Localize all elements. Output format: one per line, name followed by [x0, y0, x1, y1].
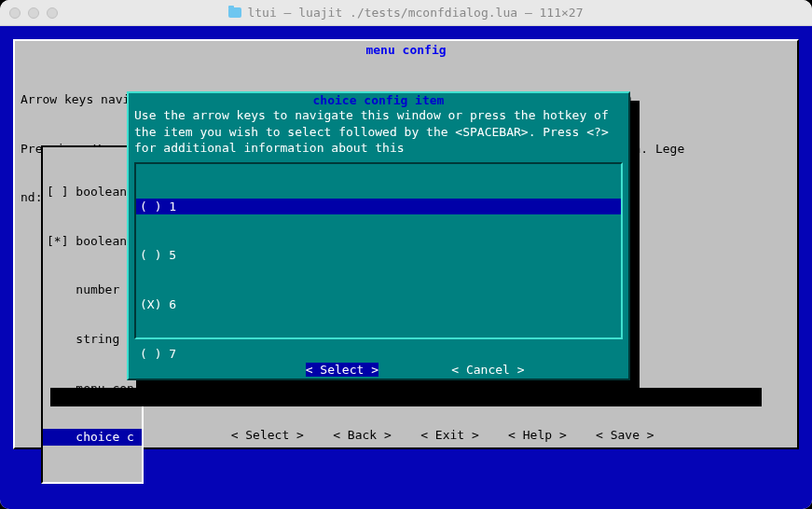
window-title-text: ltui — luajit ./tests/mconfdialog.lua — … — [247, 6, 583, 20]
choice-select-button[interactable]: < Select > — [306, 363, 378, 377]
titlebar[interactable]: ltui — luajit ./tests/mconfdialog.lua — … — [0, 0, 812, 26]
choice-item-5[interactable]: ( ) 5 — [136, 247, 621, 264]
back-button[interactable]: < Back > — [333, 428, 392, 442]
traffic-lights — [9, 7, 58, 19]
choice-config-dialog: choice config item Use the arrow keys to… — [127, 91, 630, 380]
choice-help-text: Use the arrow keys to navigate this wind… — [129, 107, 628, 157]
zoom-icon[interactable] — [47, 7, 58, 19]
close-icon[interactable] — [9, 7, 21, 19]
help-button[interactable]: < Help > — [508, 428, 567, 442]
menu-buttons: < Select > < Back > < Exit > < Help > < … — [15, 414, 797, 456]
window-title: ltui — luajit ./tests/mconfdialog.lua — … — [0, 6, 812, 20]
choice-item-6[interactable]: (X) 6 — [136, 296, 621, 313]
macos-window: ltui — luajit ./tests/mconfdialog.lua — … — [0, 0, 812, 509]
folder-icon — [228, 7, 241, 18]
choice-list[interactable]: ( ) 1 ( ) 5 (X) 6 ( ) 7 — [134, 162, 623, 339]
choice-item-1[interactable]: ( ) 1 — [136, 199, 621, 215]
choice-buttons: < Select > < Cancel > — [129, 349, 628, 391]
menu-title: menu config — [15, 41, 797, 59]
choice-title: choice config item — [129, 93, 628, 107]
exit-button[interactable]: < Exit > — [420, 428, 479, 442]
terminal-area[interactable]: menu config Arrow keys navigate the menu… — [0, 26, 812, 509]
choice-cancel-button[interactable]: < Cancel > — [451, 363, 524, 377]
select-button[interactable]: < Select > — [231, 428, 304, 442]
minimize-icon[interactable] — [28, 7, 39, 19]
save-button[interactable]: < Save > — [596, 428, 654, 442]
